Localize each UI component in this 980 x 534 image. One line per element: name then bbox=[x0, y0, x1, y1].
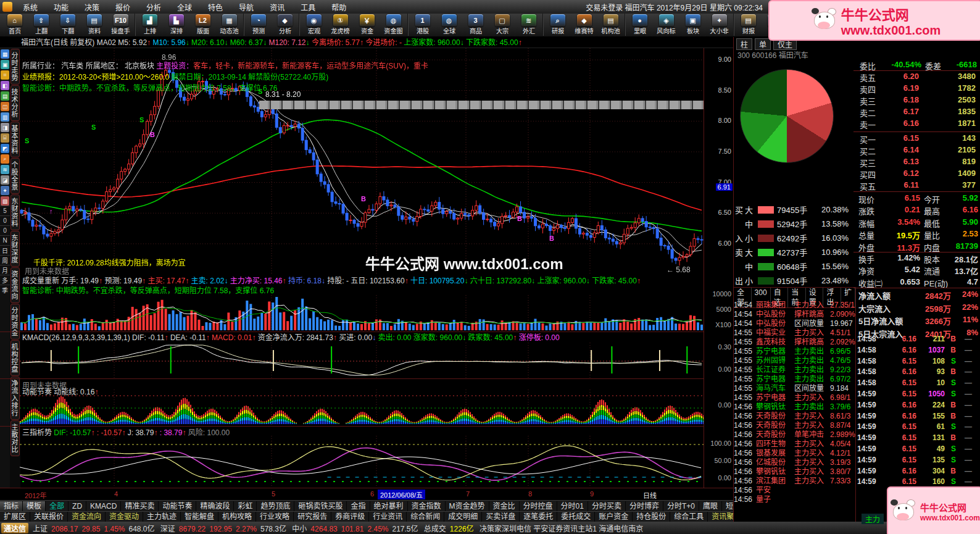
alert-row[interactable]: 14:56天奇股份主力买入8.87/4 bbox=[734, 419, 855, 428]
info-tab-行业攻略[interactable]: 行业攻略 bbox=[256, 512, 294, 522]
toolbar-button-首页[interactable]: ⌂首页 bbox=[1, 14, 28, 36]
orderbook-price[interactable]: 6.12 bbox=[888, 169, 919, 178]
toolbar-button-上排[interactable]: ▟上排 bbox=[136, 14, 163, 36]
panel-footer-label[interactable]: 主力 bbox=[862, 514, 884, 524]
menu-item-决策[interactable]: 决策 bbox=[77, 2, 107, 12]
quote-tab-柱[interactable]: 柱 bbox=[736, 38, 752, 50]
indicator-tab-模板[interactable]: 模板 bbox=[23, 501, 46, 512]
indicator-tab-绝对暴利[interactable]: 绝对暴利 bbox=[370, 501, 408, 512]
toolbar-button-预测[interactable]: ◔预测 bbox=[245, 14, 272, 36]
orderbook-price[interactable]: 6.16 bbox=[888, 119, 919, 128]
period-key-周[interactable]: 周 bbox=[0, 255, 10, 265]
alert-row[interactable]: 14:55海马汽车区间放量9.184 bbox=[734, 382, 855, 391]
indicator-tab-ZD[interactable]: ZD bbox=[69, 501, 86, 512]
tick-row[interactable]: 14:596.15131B— bbox=[857, 433, 980, 444]
info-tab-研究报告[interactable]: 研究报告 bbox=[294, 512, 331, 522]
sidebar-tab-分时资金[interactable]: 分时资金 bbox=[10, 304, 20, 340]
toolbar-button-大宗[interactable]: ▢大宗 bbox=[489, 14, 515, 36]
indicator-tab-金指[interactable]: 金指 bbox=[347, 501, 370, 512]
menu-item-帮助[interactable]: 帮助 bbox=[323, 2, 354, 12]
indicator-tab-短线无敌[interactable]: 短线无敌 bbox=[722, 501, 733, 512]
left-tool-icon[interactable]: ⌕ bbox=[1, 154, 9, 164]
left-tool-icon[interactable]: ◧ bbox=[1, 81, 9, 90]
x-date-highlight[interactable]: 2012/06/08/五 bbox=[378, 490, 425, 499]
tick-row[interactable]: 14:586.15108S— bbox=[857, 357, 980, 368]
toolbar-button-全球[interactable]: ◍全球 bbox=[436, 14, 462, 36]
toolbar-button-财报[interactable]: ▤财报 bbox=[735, 14, 762, 36]
menu-item-资讯[interactable]: 资讯 bbox=[262, 2, 293, 12]
toolbar-button-里眼[interactable]: ●里眼 bbox=[626, 14, 653, 36]
sanzhi-canvas[interactable] bbox=[20, 436, 704, 486]
toolbar-button-机构池[interactable]: ▤机构池 bbox=[597, 14, 624, 36]
menu-item-功能[interactable]: 功能 bbox=[46, 2, 77, 12]
indicator-tab-分时T+0[interactable]: 分时T+0 bbox=[663, 501, 699, 512]
left-tool-icon[interactable]: ⌗ bbox=[1, 70, 9, 80]
sidebar-tab-技术分析[interactable]: 技术分析 bbox=[10, 85, 20, 121]
tick-row[interactable]: 14:596.16304B— bbox=[857, 467, 980, 478]
alert-row[interactable]: 14:56平安 bbox=[734, 484, 855, 493]
orderbook-price[interactable]: 6.15 bbox=[888, 133, 919, 143]
orderbook-price[interactable]: 6.14 bbox=[888, 145, 919, 154]
tick-row[interactable]: 14:586.16211B— bbox=[857, 335, 980, 346]
info-tab-行业资讯[interactable]: 行业资讯 bbox=[369, 512, 407, 522]
toolbar-button-风向标[interactable]: ◈风向标 bbox=[653, 14, 679, 36]
info-tab-主力轨迹[interactable]: 主力轨迹 bbox=[143, 512, 181, 522]
info-tab-委托成交[interactable]: 委托成交 bbox=[557, 512, 595, 522]
left-tool-icon[interactable]: ◨ bbox=[1, 123, 9, 132]
left-tool-icon[interactable]: ⌸ bbox=[1, 133, 9, 143]
alert-row[interactable]: 14:55中福实业主力买入4.51/1 bbox=[734, 327, 855, 336]
tick-row[interactable]: 14:596.16224B— bbox=[857, 401, 980, 412]
alert-row[interactable]: 14:56天奇股份主力买入8.61/3 bbox=[734, 410, 855, 419]
alert-row[interactable]: 14:56攀钢钒钛主力买入3.80/7 bbox=[734, 465, 855, 475]
alert-row[interactable]: 14:54中弘股份撑杆跳高2.090% bbox=[734, 308, 855, 317]
toolbar-button-外汇[interactable]: ≋外汇 bbox=[515, 14, 542, 36]
indicator-tab-分时买卖[interactable]: 分时买卖 bbox=[588, 501, 626, 512]
menu-item-系统[interactable]: 系统 bbox=[15, 2, 46, 12]
info-tab-机构攻略[interactable]: 机构攻略 bbox=[218, 512, 256, 522]
volume-canvas[interactable] bbox=[20, 295, 704, 330]
alert-row[interactable]: 14:56四环生物主力买入4.05/4 bbox=[734, 438, 855, 447]
toolbar-button-资金图[interactable]: ◍资金图 bbox=[380, 14, 407, 36]
toolbar-button-商品[interactable]: 3商品 bbox=[462, 14, 489, 36]
sidebar-tab-净流入排行[interactable]: 净流入排行 bbox=[10, 377, 20, 420]
alert-row[interactable]: 14:56攀钢钒钛主力卖出3.79/6 bbox=[734, 401, 855, 410]
toolbar-button-板块[interactable]: ▣板块 bbox=[679, 14, 706, 36]
quote-tab-单[interactable]: 单 bbox=[755, 38, 771, 50]
main-chart-pane[interactable]: 8.31 - 8.20 8.96 ← 5.68 所属行业： 汽车类 所属地区： … bbox=[20, 48, 704, 275]
toolbar-button-港股[interactable]: 1港股 bbox=[409, 14, 436, 36]
alert-row[interactable]: 14:55苏宁电器主力买入6.98/1 bbox=[734, 391, 855, 401]
tick-row[interactable]: 14:596.1561S— bbox=[857, 422, 980, 433]
toolbar-button-龙虎榜[interactable]: ①龙虎榜 bbox=[327, 14, 354, 36]
tick-row[interactable]: 14:586.161037B— bbox=[857, 346, 980, 357]
tick-row[interactable]: 14:596.16155B— bbox=[857, 412, 980, 423]
alert-row[interactable]: 14:56亿城股份主力买入3.19/3 bbox=[734, 456, 855, 465]
info-tab-成交明细[interactable]: 成交明细 bbox=[444, 512, 482, 522]
toolbar-button-资金[interactable]: ￥资金 bbox=[354, 14, 380, 36]
orderbook-price[interactable]: 6.11 bbox=[888, 180, 919, 190]
tdx-logo[interactable]: 通达信 bbox=[1, 523, 28, 533]
info-tab-券商评级[interactable]: 券商评级 bbox=[331, 512, 369, 522]
alert-row[interactable]: 14:54中弘股份区间放量19.967 bbox=[734, 317, 855, 327]
indicator-tab-资金指数[interactable]: 资金指数 bbox=[408, 501, 446, 512]
period-key-季[interactable]: 季 bbox=[0, 285, 10, 294]
orderbook-price[interactable]: 6.19 bbox=[888, 83, 919, 93]
toolbar-button-分析[interactable]: ◆分析 bbox=[272, 14, 298, 36]
left-tool-icon[interactable]: ▥ bbox=[1, 112, 9, 122]
menu-item-分析[interactable]: 分析 bbox=[138, 2, 169, 12]
toolbar-button-版面[interactable]: L2版面 bbox=[189, 14, 216, 36]
tick-row[interactable]: 14:586.1510S— bbox=[857, 378, 980, 390]
sidebar-tab-东财深度[interactable]: 东财深度 bbox=[10, 231, 20, 267]
indicator-tab-精确波段[interactable]: 精确波段 bbox=[196, 501, 234, 512]
menu-item-特色[interactable]: 特色 bbox=[200, 2, 231, 12]
indicator-tab-彩虹[interactable]: 彩虹 bbox=[234, 501, 257, 512]
sidebar-tab-个股全景[interactable]: 个股全景 bbox=[10, 158, 20, 194]
left-tool-icon[interactable]: ✦ bbox=[1, 186, 9, 195]
left-tool-icon[interactable]: ◪ bbox=[1, 175, 9, 185]
info-tab-资讯聚合[interactable]: 资讯聚合 bbox=[708, 512, 733, 522]
period-key-日[interactable]: 日 bbox=[0, 245, 10, 255]
sidebar-tab-资金流向[interactable]: 资金流向 bbox=[10, 267, 20, 303]
indicator-tab-分时博弈[interactable]: 分时博弈 bbox=[626, 501, 663, 512]
indicator-tab-全部[interactable]: 全部 bbox=[46, 501, 69, 512]
orderbook-price[interactable]: 6.18 bbox=[888, 95, 919, 104]
menu-item-全球[interactable]: 全球 bbox=[169, 2, 200, 12]
